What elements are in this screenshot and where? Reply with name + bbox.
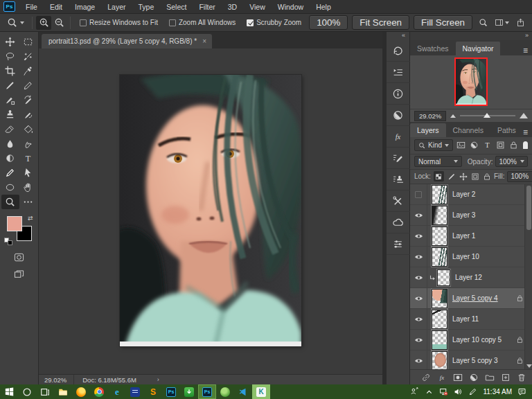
close-icon[interactable]: × [202,37,206,45]
blend-mode-dropdown[interactable]: Normal [414,156,462,167]
move-tool[interactable] [1,35,19,49]
taskbar-krita-icon[interactable]: K [252,384,270,399]
expand-dock-icon[interactable]: » [410,32,532,40]
collapse-dock-icon[interactable]: « [402,32,409,40]
layer-name[interactable]: Layer 2 [452,190,475,198]
taskbar-chrome-icon[interactable] [90,384,108,399]
taskbar-explorer-icon[interactable] [54,384,72,399]
history-panel-icon[interactable] [387,40,410,62]
info-panel-icon[interactable] [387,83,410,105]
resize-windows-checkbox[interactable]: Resize Windows to Fit [80,19,158,26]
marquee-tool[interactable] [19,35,37,49]
visibility-toggle[interactable] [410,247,427,267]
layer-thumbnail[interactable] [432,289,447,308]
layer-thumbnail[interactable] [432,330,447,350]
menu-select[interactable]: Select [160,0,193,14]
clonesource-panel-icon[interactable] [387,169,410,190]
toolpresets-panel-icon[interactable] [387,190,410,212]
tab-navigator[interactable]: Navigator [456,42,501,55]
taskbar-start-icon[interactable] [0,384,18,399]
link-button[interactable] [421,373,431,382]
layer-row-layer-5-copy-3[interactable]: Layer 5 copy 3 [410,351,532,369]
visibility-toggle[interactable] [410,351,427,369]
taskbar-ps-icon[interactable]: Ps [162,384,180,399]
menu-help[interactable]: Help [310,0,337,14]
taskbar-vscode-icon[interactable] [234,384,252,399]
menu-image[interactable]: Image [69,0,101,14]
zoom-in-button[interactable] [36,16,51,30]
screen-mode-button[interactable] [14,269,24,280]
scrollbar[interactable] [524,184,532,369]
newlayer-button[interactable] [501,373,511,382]
taskbar-idm-icon[interactable] [180,384,198,399]
layer-name[interactable]: Layer 10 copy 5 [452,336,502,344]
visibility-toggle[interactable] [410,330,427,350]
hand-tool[interactable] [19,180,37,195]
tab-swatches[interactable]: Swatches [410,42,456,55]
visibility-toggle[interactable] [410,184,427,204]
menu-file[interactable]: File [19,0,44,14]
lock-framefilter-icon[interactable] [471,172,479,181]
active-tool-indicator[interactable] [0,17,28,28]
tray-speaker-icon[interactable] [454,387,463,396]
default-colors-icon[interactable] [4,238,12,245]
canvas-artwork[interactable] [120,75,301,346]
zoom-tool[interactable] [1,195,19,209]
quick-mask-button[interactable] [14,252,24,263]
bucket-tool[interactable] [19,122,37,136]
taskbar-greenapp-icon[interactable] [216,384,234,399]
layer-thumbnail[interactable] [432,206,447,225]
layer-row-layer-11[interactable]: Layer 11 [410,309,532,330]
navigator-zoom-value[interactable]: 29.02% [414,111,446,121]
layer-name[interactable]: Layer 11 [452,315,479,323]
layer-thumbnail[interactable] [437,269,450,286]
filter-framefilter-icon[interactable] [496,141,505,150]
arthistory-tool[interactable] [19,107,37,122]
document-tab[interactable]: portrait13.psd @ 29% (Layer 5 copy 4, RG… [42,34,212,48]
visibility-toggle[interactable] [410,226,427,246]
visibility-toggle[interactable] [410,205,427,225]
zoom-100-button[interactable]: 100% [309,15,348,30]
type-tool[interactable]: T [19,151,37,166]
taskbar-book-icon[interactable] [126,384,144,399]
tray-network-icon[interactable] [439,387,448,396]
visibility-toggle[interactable] [410,267,427,287]
workspace-switcher[interactable] [495,18,509,27]
chevron-right-icon[interactable]: › [157,376,159,383]
lock-lockicon-icon[interactable] [483,172,491,181]
lock-brush-icon[interactable] [447,172,456,181]
clock[interactable]: 11:34 AM [483,388,512,396]
tab-layers[interactable]: Layers [410,123,446,137]
navigator-zoom-slider[interactable] [460,115,515,116]
wand-tool[interactable] [19,49,37,64]
layer-name[interactable]: Layer 10 [452,253,479,260]
fx-panel-icon[interactable]: fx [387,126,410,148]
layer-row-layer-3[interactable]: Layer 3 [410,205,532,226]
menu-filter[interactable]: Filter [193,0,221,14]
fit-screen-button[interactable]: Fit Screen [352,15,409,30]
tray-chevup-icon[interactable] [425,387,434,396]
opacity-dropdown[interactable]: 100% [495,156,528,167]
brush-tool[interactable] [1,78,19,93]
layer-row-layer-1[interactable]: Layer 1 [410,226,532,247]
stamp-tool[interactable] [1,107,19,122]
layer-row-layer-2[interactable]: Layer 2 [410,184,532,205]
filter-type-icon[interactable]: T [483,141,492,150]
share-icon[interactable] [516,18,525,27]
pathselect-tool[interactable] [19,166,37,180]
layer-thumbnail[interactable] [432,310,447,329]
layer-thumbnail[interactable] [432,185,447,204]
filter-imgfilter-icon[interactable] [456,141,466,150]
more-tool[interactable] [19,195,37,209]
layer-row-layer-10-copy-5[interactable]: Layer 10 copy 5 [410,330,532,351]
adjustments-panel-icon[interactable] [387,105,410,126]
tab-paths[interactable]: Paths [490,123,523,137]
tray-pen-icon[interactable] [468,387,477,396]
layer-thumbnail[interactable] [432,351,447,369]
fill-dropdown[interactable]: 100% [507,171,532,182]
layer-thumbnail[interactable] [432,227,447,246]
layer-name[interactable]: Layer 1 [452,232,475,240]
kind-filter-dropdown[interactable]: Kind [414,139,453,151]
zoom-all-windows-checkbox[interactable]: Zoom All Windows [169,19,236,26]
eraser-tool[interactable] [1,122,19,136]
